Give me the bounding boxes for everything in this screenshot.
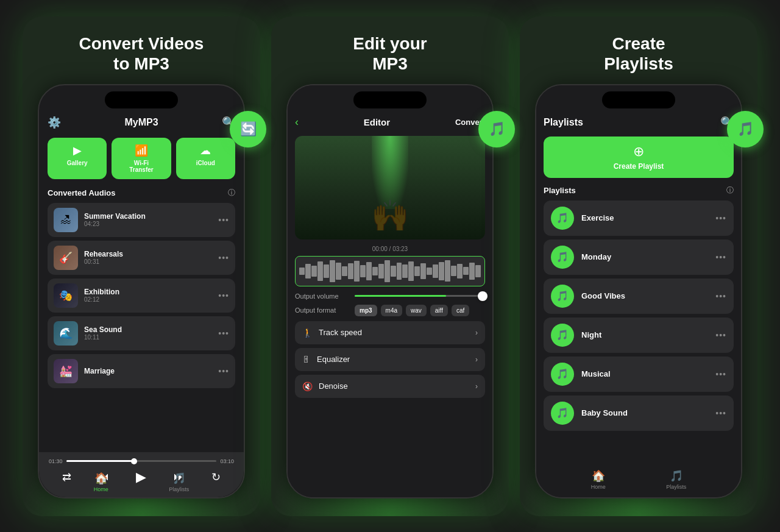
settings-icon[interactable]: ⚙️ <box>48 116 61 129</box>
time-end: 03:10 <box>220 458 234 464</box>
gallery-label: Gallery <box>67 160 88 166</box>
wave-bar <box>330 260 335 282</box>
track-dots-marriage[interactable]: ••• <box>218 366 229 376</box>
create-playlist-btn[interactable]: ⊕ Create Playlist <box>544 137 734 178</box>
track-speed-chevron: › <box>475 328 478 337</box>
wave-bar <box>385 260 390 282</box>
wave-bar <box>463 267 469 275</box>
nav-playlists-1[interactable]: 🎵 Playlists <box>169 472 189 492</box>
album-art: 🙌 <box>295 136 485 239</box>
track-item-marriage[interactable]: 💒 Marriage ••• <box>48 354 235 388</box>
playlist-musical[interactable]: 🎵 Musical ••• <box>544 356 734 392</box>
thumb-exhibition: 🎭 <box>54 283 78 308</box>
music-note-babysound: 🎵 <box>556 407 569 419</box>
crowd-emoji: 🙌 <box>371 198 409 233</box>
denoise-option[interactable]: 🔇 Denoise › <box>295 375 485 398</box>
playlist-dots-monday[interactable]: ••• <box>715 252 726 262</box>
format-caf[interactable]: caf <box>452 305 469 316</box>
wifi-icon: 📶 <box>135 144 148 157</box>
playlist-night[interactable]: 🎵 Night ••• <box>544 317 734 353</box>
wave-bar <box>372 267 378 275</box>
playlist-dots-exercise[interactable]: ••• <box>715 213 726 223</box>
refresh-floating-btn[interactable]: 🔄 <box>230 111 266 147</box>
editor-header: ‹ Editor Convert <box>295 116 485 129</box>
app-name: MyMP3 <box>124 117 158 128</box>
wave-bar <box>475 265 481 277</box>
progress-thumb <box>131 458 137 464</box>
waveform[interactable] <box>295 256 485 286</box>
playlist-icon-wrap-night: 🎵 <box>551 324 574 347</box>
wifi-transfer-btn[interactable]: 📶 Wi-Fi Transfer <box>112 138 171 179</box>
playlist-dots-night[interactable]: ••• <box>715 330 726 340</box>
track-item-exhibition[interactable]: 🎭 Exhibition 02:12 ••• <box>48 278 235 313</box>
format-m4a[interactable]: m4a <box>381 305 402 316</box>
playlist-dots-goodvibes[interactable]: ••• <box>715 291 726 301</box>
volume-fill <box>355 295 446 297</box>
progress-track[interactable] <box>66 460 217 462</box>
wave-bar <box>427 268 432 275</box>
track-time-summer: 04:23 <box>84 221 212 227</box>
volume-slider[interactable] <box>355 295 485 297</box>
wave-bar <box>433 264 438 278</box>
playlist-exercise[interactable]: 🎵 Exercise ••• <box>544 200 734 236</box>
track-speed-option[interactable]: 🚶 Track speed › <box>295 321 485 344</box>
wave-bar <box>439 262 444 280</box>
create-plus-icon: ⊕ <box>633 144 644 160</box>
panel-title-edit: Edit your MP3 <box>353 34 427 74</box>
wave-bar <box>299 268 305 275</box>
gallery-btn[interactable]: ▶ Gallery <box>48 138 107 179</box>
track-dots-sea[interactable]: ••• <box>218 328 229 338</box>
format-wav[interactable]: wav <box>406 305 427 316</box>
time-display: 00:00 / 03:23 <box>295 246 485 252</box>
track-name-summer: Summer Vacation <box>84 212 212 221</box>
track-speed-label: Track speed <box>319 328 475 337</box>
phone-1: ⚙️ MyMP3 🔍 ▶ Gallery 📶 Wi-Fi Transfer ☁ … <box>38 84 245 498</box>
music-floating-btn[interactable]: 🎵 <box>478 111 515 147</box>
playlist-good-vibes[interactable]: 🎵 Good Vibes ••• <box>544 278 734 314</box>
playlists-icon-3: 🎵 <box>670 469 683 483</box>
icloud-label: iCloud <box>196 160 215 166</box>
music-note-musical: 🎵 <box>556 368 569 380</box>
track-dots-rehearsals[interactable]: ••• <box>218 253 229 263</box>
wave-bar <box>360 265 366 277</box>
format-mp3[interactable]: mp3 <box>355 305 377 316</box>
denoise-label: Denoise <box>319 381 475 391</box>
panel-edit: Edit your MP3 🎵 ‹ Editor Convert 🙌 00:00… <box>271 16 509 516</box>
icloud-btn[interactable]: ☁ iCloud <box>176 138 235 179</box>
playlist-dots-musical[interactable]: ••• <box>715 369 726 379</box>
playlist-floating-btn[interactable]: 🎵 <box>727 111 764 147</box>
format-row: mp3 m4a wav aiff caf <box>355 305 469 316</box>
track-item-sea[interactable]: 🌊 Sea Sound 10:11 ••• <box>48 316 235 350</box>
create-playlist-label: Create Playlist <box>614 162 664 171</box>
playlist-monday[interactable]: 🎵 Monday ••• <box>544 239 734 275</box>
playlist-baby-sound[interactable]: 🎵 Baby Sound ••• <box>544 395 734 431</box>
playlist-dots-babysound[interactable]: ••• <box>715 408 726 418</box>
track-info-summer: Summer Vacation 04:23 <box>84 212 212 227</box>
panel-convert: Convert Videos to MP3 🔄 ⚙️ MyMP3 🔍 ▶ Gal… <box>23 16 260 516</box>
track-item-summer[interactable]: 🏖 Summer Vacation 04:23 ••• <box>48 203 235 237</box>
track-item-rehearsals[interactable]: 🎸 Rehearsals 00:31 ••• <box>48 241 235 275</box>
nav-playlists-3[interactable]: 🎵 Playlists <box>666 469 686 490</box>
wave-bar <box>348 263 353 279</box>
nav-home-1[interactable]: 🏠 Home <box>94 472 108 492</box>
output-volume-control: Output volume <box>295 293 485 300</box>
thumb-marriage: 💒 <box>54 359 78 383</box>
bottom-nav-3: 🏠 Home 🎵 Playlists <box>536 469 741 490</box>
track-dots-summer[interactable]: ••• <box>218 215 229 225</box>
equalizer-option[interactable]: 🎚 Equalizer › <box>295 348 485 371</box>
player-bar: 01:30 03:10 ⇄ ⏮ ▶ ⏭ ↻ <box>39 452 244 497</box>
denoise-chevron: › <box>475 382 478 391</box>
panel-title-convert: Convert Videos to MP3 <box>79 34 204 74</box>
track-time-exhibition: 02:12 <box>84 296 212 303</box>
wave-bar <box>317 261 323 281</box>
phone-notch-1 <box>105 91 178 108</box>
phone-notch-2 <box>353 91 427 108</box>
back-btn[interactable]: ‹ <box>295 116 299 129</box>
nav-home-3[interactable]: 🏠 Home <box>591 469 606 490</box>
converted-audios-header: Converted Audios ⓘ <box>48 188 235 198</box>
format-aiff[interactable]: aiff <box>430 305 448 316</box>
editor-title: Editor <box>364 117 390 127</box>
wave-bar <box>324 264 329 278</box>
wave-bar <box>451 266 456 276</box>
track-dots-exhibition[interactable]: ••• <box>218 291 229 300</box>
